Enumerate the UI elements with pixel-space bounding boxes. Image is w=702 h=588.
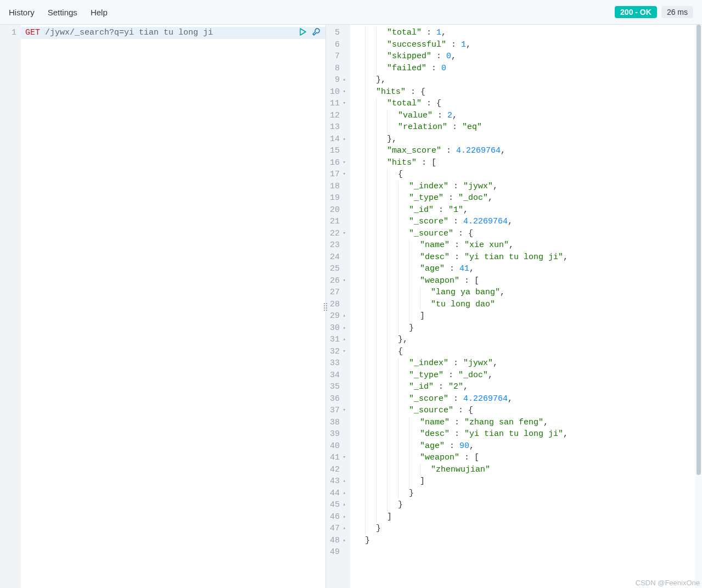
panes: 1 GET /jywx/_search?q=yi tian tu long ji… <box>0 25 702 588</box>
play-icon[interactable] <box>298 27 308 37</box>
scrollbar-thumb[interactable] <box>697 25 701 475</box>
request-actions <box>298 27 321 37</box>
scrollbar-vertical[interactable] <box>695 25 702 588</box>
watermark: CSDN @FeenixOne <box>636 579 700 587</box>
toolbar: History Settings Help 200 - OK 26 ms <box>0 0 702 25</box>
toolbar-menu: History Settings Help <box>9 8 108 17</box>
request-editor[interactable]: 1 GET /jywx/_search?q=yi tian tu long ji <box>0 25 326 588</box>
status-badge: 200 - OK <box>615 6 657 18</box>
menu-history[interactable]: History <box>9 8 35 17</box>
pane-resize-handle[interactable] <box>321 25 330 588</box>
time-badge: 26 ms <box>661 6 693 18</box>
wrench-icon[interactable] <box>311 27 321 37</box>
response-code[interactable]: "total" : 1,"successful" : 1,"skipped" :… <box>350 25 702 588</box>
response-viewer: 56789▴10▾11▾121314▴1516▾17▾1819202122▾23… <box>326 25 702 588</box>
menu-settings[interactable]: Settings <box>48 8 77 17</box>
menu-help[interactable]: Help <box>91 8 108 17</box>
request-gutter: 1 <box>0 25 21 588</box>
request-code[interactable]: GET /jywx/_search?q=yi tian tu long ji <box>21 25 325 588</box>
